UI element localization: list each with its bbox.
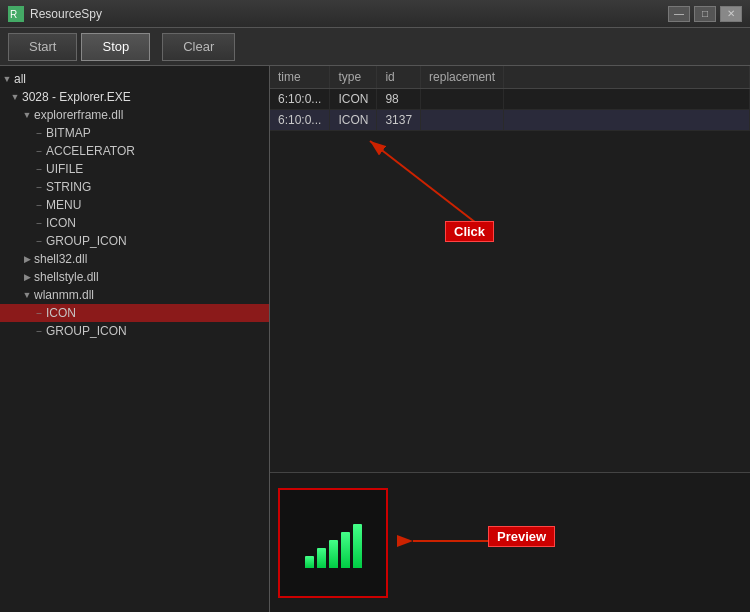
tree-label: BITMAP	[46, 126, 91, 140]
cell-id: 3137	[377, 110, 421, 131]
signal-bar	[329, 540, 338, 568]
svg-line-3	[370, 141, 480, 226]
toolbar: Start Stop Clear	[0, 28, 750, 66]
window-title: ResourceSpy	[30, 7, 102, 21]
tree-item[interactable]: –ICON	[0, 304, 269, 322]
signal-bar	[317, 548, 326, 568]
tree-label: shellstyle.dll	[34, 270, 99, 284]
tree-label: all	[14, 72, 26, 86]
tree-item[interactable]: –ACCELERATOR	[0, 142, 269, 160]
signal-icon	[305, 518, 362, 568]
col-replacement: replacement	[421, 66, 504, 89]
tree-item[interactable]: ▼all	[0, 70, 269, 88]
start-button[interactable]: Start	[8, 33, 77, 61]
col-type: type	[330, 66, 377, 89]
app-icon: R	[8, 6, 24, 22]
signal-bar	[353, 524, 362, 568]
tree-panel: ▼all▼3028 - Explorer.EXE▼explorerframe.d…	[0, 66, 270, 612]
tree-label: STRING	[46, 180, 91, 194]
window-controls: — □ ✕	[668, 6, 742, 22]
title-bar: R ResourceSpy — □ ✕	[0, 0, 750, 28]
cell-type: ICON	[330, 89, 377, 110]
tree-item[interactable]: ▶shellstyle.dll	[0, 268, 269, 286]
tree-label: MENU	[46, 198, 81, 212]
signal-bar	[305, 556, 314, 568]
cell-time: 6:10:0...	[270, 89, 330, 110]
col-time: time	[270, 66, 330, 89]
table-row[interactable]: 6:10:0...ICON3137	[270, 110, 750, 131]
tree-item[interactable]: –STRING	[0, 178, 269, 196]
tree-label: ACCELERATOR	[46, 144, 135, 158]
svg-text:R: R	[10, 9, 17, 20]
preview-label: Preview	[488, 526, 555, 547]
tree-item[interactable]: –ICON	[0, 214, 269, 232]
main-layout: ▼all▼3028 - Explorer.EXE▼explorerframe.d…	[0, 66, 750, 612]
tree-label: wlanmm.dll	[34, 288, 94, 302]
tree-label: GROUP_ICON	[46, 234, 127, 248]
tree-label: UIFILE	[46, 162, 83, 176]
tree-item[interactable]: ▼wlanmm.dll	[0, 286, 269, 304]
tree-item[interactable]: –MENU	[0, 196, 269, 214]
cell-replacement	[421, 89, 504, 110]
tree-label: ICON	[46, 216, 76, 230]
click-label: Click	[445, 221, 494, 242]
tree-item[interactable]: –BITMAP	[0, 124, 269, 142]
cell-extra	[504, 110, 750, 131]
stop-button[interactable]: Stop	[81, 33, 150, 61]
col-id: id	[377, 66, 421, 89]
tree-label: GROUP_ICON	[46, 324, 127, 338]
tree-label: explorerframe.dll	[34, 108, 123, 122]
cell-type: ICON	[330, 110, 377, 131]
clear-button[interactable]: Clear	[162, 33, 235, 61]
signal-bar	[341, 532, 350, 568]
tree-item[interactable]: ▶shell32.dll	[0, 250, 269, 268]
preview-annotation: Preview	[393, 501, 553, 584]
minimize-button[interactable]: —	[668, 6, 690, 22]
cell-time: 6:10:0...	[270, 110, 330, 131]
data-table-container: time type id replacement 6:10:0...ICON98…	[270, 66, 750, 472]
tree-label: ICON	[46, 306, 76, 320]
close-button[interactable]: ✕	[720, 6, 742, 22]
tree-item[interactable]: –UIFILE	[0, 160, 269, 178]
tree-item[interactable]: –GROUP_ICON	[0, 322, 269, 340]
tree-label: 3028 - Explorer.EXE	[22, 90, 131, 104]
right-panel: time type id replacement 6:10:0...ICON98…	[270, 66, 750, 612]
tree-item[interactable]: ▼3028 - Explorer.EXE	[0, 88, 269, 106]
tree-item[interactable]: ▼explorerframe.dll	[0, 106, 269, 124]
maximize-button[interactable]: □	[694, 6, 716, 22]
cell-id: 98	[377, 89, 421, 110]
tree-label: shell32.dll	[34, 252, 87, 266]
preview-section: Preview	[270, 472, 750, 612]
col-extra	[504, 66, 750, 89]
data-table: time type id replacement 6:10:0...ICON98…	[270, 66, 750, 131]
cell-replacement	[421, 110, 504, 131]
tree-item[interactable]: –GROUP_ICON	[0, 232, 269, 250]
preview-box	[278, 488, 388, 598]
cell-extra	[504, 89, 750, 110]
table-row[interactable]: 6:10:0...ICON98	[270, 89, 750, 110]
